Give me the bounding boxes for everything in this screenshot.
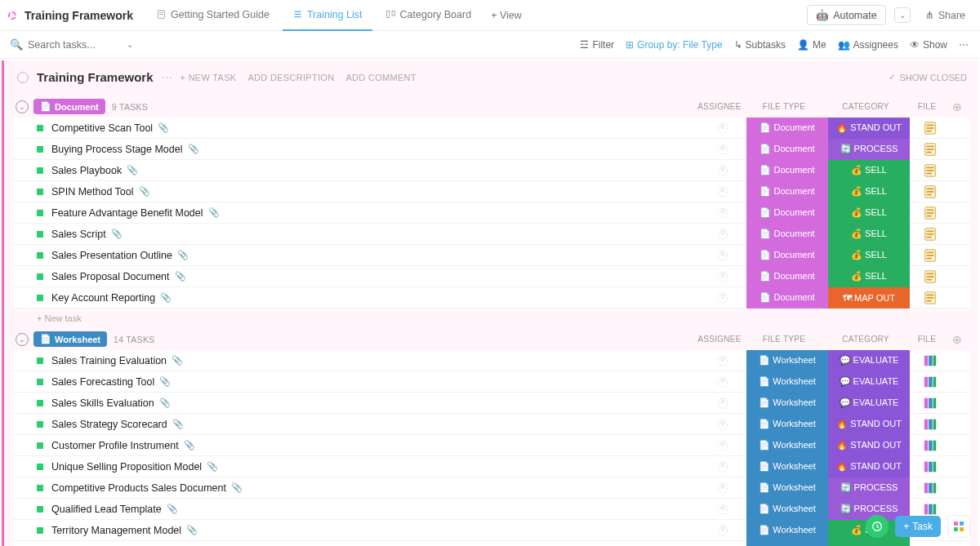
tab-category-board[interactable]: Category Board — [376, 0, 482, 31]
task-row[interactable]: SPIN Method Tool 📎 📄 Document 💰 SELL — [12, 181, 970, 202]
file-cell[interactable] — [910, 353, 951, 368]
assignee-cell[interactable] — [699, 503, 746, 516]
info-icon[interactable]: ⋯ — [162, 71, 172, 83]
file-cell[interactable] — [910, 163, 951, 178]
filetype-pill[interactable]: 📄 Document — [746, 287, 828, 309]
filetype-pill[interactable]: 📄 Document — [746, 224, 828, 245]
status-square[interactable] — [37, 210, 43, 216]
task-row[interactable]: Decision Maker Map 📎 📄 Worksheet 💰 SELL — [12, 541, 970, 546]
task-row[interactable]: Sales Playbook 📎 📄 Document 💰 SELL — [12, 160, 970, 181]
add-comment-link[interactable]: ADD COMMENT — [345, 73, 416, 82]
quick-action-fab[interactable] — [866, 515, 889, 538]
status-square[interactable] — [37, 167, 43, 174]
category-pill[interactable]: 💰 SELL — [828, 202, 910, 224]
filter-button[interactable]: ☲ Filter — [580, 39, 614, 51]
search-chevron[interactable]: ⌄ — [122, 38, 137, 51]
task-row[interactable]: Territory Management Model 📎 📄 Worksheet… — [12, 520, 970, 541]
assignee-cell[interactable] — [699, 228, 746, 241]
attachment-icon[interactable]: 📎 — [127, 165, 138, 175]
chevron-down-icon[interactable]: ⌄ — [16, 333, 29, 346]
assignee-cell[interactable] — [699, 460, 746, 473]
attachment-icon[interactable]: 📎 — [160, 292, 172, 303]
assignee-cell[interactable] — [699, 524, 746, 537]
new-task-link[interactable]: + New task — [12, 309, 970, 325]
attachment-icon[interactable]: 📎 — [139, 186, 150, 197]
assignee-cell[interactable] — [699, 185, 746, 198]
category-pill[interactable]: 💰 SELL — [828, 245, 910, 266]
category-pill[interactable]: 💰 SELL — [828, 541, 910, 547]
assignee-cell[interactable] — [699, 418, 746, 431]
assignee-cell[interactable] — [699, 375, 746, 388]
file-cell[interactable] — [910, 291, 951, 305]
status-square[interactable] — [37, 252, 43, 259]
file-cell[interactable] — [910, 121, 951, 135]
attachment-icon[interactable]: 📎 — [172, 419, 184, 429]
apps-fab[interactable] — [947, 515, 970, 538]
file-cell[interactable] — [910, 269, 951, 284]
assignee-cell[interactable] — [699, 122, 746, 135]
task-row[interactable]: Sales Skills Evaluation 📎 📄 Worksheet 💬 … — [12, 393, 970, 414]
groupby-button[interactable]: ⊞ Group by: File Type — [626, 39, 723, 51]
add-column-icon[interactable]: ⊕ — [947, 100, 967, 113]
assignees-button[interactable]: 👥 Assignees — [838, 39, 898, 51]
file-cell[interactable] — [910, 184, 951, 199]
tab-getting-started[interactable]: Getting Started Guide — [146, 0, 279, 31]
file-cell[interactable] — [910, 417, 951, 432]
status-square[interactable] — [37, 125, 43, 131]
assignee-cell[interactable] — [699, 270, 746, 283]
filetype-pill[interactable]: 📄 Document — [746, 160, 828, 181]
status-square[interactable] — [37, 189, 43, 195]
assignee-cell[interactable] — [699, 164, 746, 177]
add-description-link[interactable]: ADD DESCRIPTION — [247, 73, 334, 82]
attachment-icon[interactable]: 📎 — [184, 440, 195, 451]
assignee-cell[interactable] — [699, 439, 746, 452]
status-square[interactable] — [37, 421, 43, 428]
attachment-icon[interactable]: 📎 — [172, 355, 183, 366]
filetype-pill[interactable]: 📄 Document — [746, 266, 828, 287]
attachment-icon[interactable]: 📎 — [207, 461, 218, 472]
attachment-icon[interactable]: 📎 — [231, 482, 243, 493]
file-cell[interactable] — [910, 481, 951, 495]
collapse-icon[interactable] — [17, 72, 29, 83]
assignee-cell[interactable] — [699, 291, 746, 304]
category-pill[interactable]: 🔄 PROCESS — [828, 139, 910, 160]
assignee-cell[interactable] — [699, 249, 746, 262]
task-row[interactable]: Feature Advantage Benefit Model 📎 📄 Docu… — [12, 202, 970, 224]
filetype-pill[interactable]: 📄 Worksheet — [746, 414, 828, 435]
file-cell[interactable] — [910, 375, 951, 389]
attachment-icon[interactable]: 📎 — [208, 207, 220, 218]
task-row[interactable]: Key Account Reporting 📎 📄 Document 🗺 MAP… — [12, 287, 970, 309]
add-column-icon[interactable]: ⊕ — [947, 333, 967, 346]
attachment-icon[interactable]: 📎 — [159, 376, 171, 387]
category-pill[interactable]: 🔥 STAND OUT — [828, 456, 910, 477]
filetype-pill[interactable]: 📄 Worksheet — [746, 456, 828, 477]
add-view-button[interactable]: + View — [484, 7, 528, 24]
task-row[interactable]: Competitive Scan Tool 📎 📄 Document 🔥 STA… — [12, 118, 970, 139]
file-cell[interactable] — [910, 438, 951, 453]
task-row[interactable]: Sales Presentation Outline 📎 📄 Document … — [12, 245, 970, 266]
filetype-pill[interactable]: 📄 Document — [746, 181, 828, 202]
category-pill[interactable]: 🔥 STAND OUT — [828, 414, 910, 435]
category-pill[interactable]: 💬 EVALUATE — [828, 350, 910, 371]
task-row[interactable]: Customer Profile Instrument 📎 📄 Workshee… — [12, 435, 970, 456]
category-pill[interactable]: 🔥 STAND OUT — [828, 118, 910, 139]
status-square[interactable] — [37, 400, 43, 406]
filetype-pill[interactable]: 📄 Worksheet — [746, 477, 828, 499]
automate-chevron[interactable]: ⌄ — [894, 7, 911, 23]
filetype-pill[interactable]: 📄 Worksheet — [746, 541, 828, 547]
share-button[interactable]: ⋔ Share — [919, 6, 972, 24]
automate-button[interactable]: 🤖 Automate — [807, 5, 886, 25]
new-task-fab[interactable]: + Task — [895, 516, 941, 537]
file-cell[interactable] — [910, 227, 951, 242]
attachment-icon[interactable]: 📎 — [177, 250, 189, 260]
assignee-cell[interactable] — [699, 482, 746, 495]
status-square[interactable] — [37, 506, 43, 513]
filetype-pill[interactable]: 📄 Document — [746, 118, 828, 139]
chevron-down-icon[interactable]: ⌄ — [16, 100, 29, 113]
attachment-icon[interactable]: 📎 — [188, 144, 199, 154]
assignee-cell[interactable] — [699, 397, 746, 410]
category-pill[interactable]: 🗺 MAP OUT — [828, 287, 910, 309]
subtasks-button[interactable]: ↳ Subtasks — [734, 39, 786, 51]
group-label[interactable]: 📄Worksheet — [33, 331, 107, 347]
category-pill[interactable]: 💰 SELL — [828, 266, 910, 287]
